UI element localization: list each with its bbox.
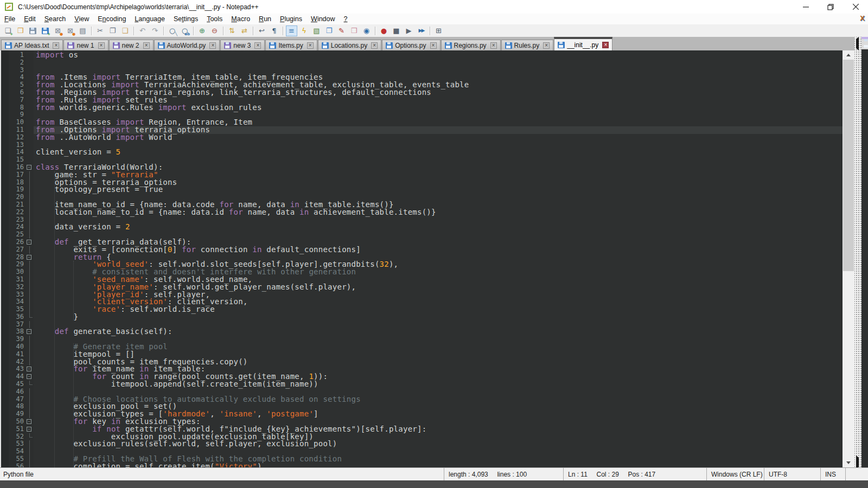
- folder-as-workspace-icon[interactable]: ❒: [348, 25, 360, 36]
- macro-play-icon[interactable]: ▶: [403, 25, 414, 36]
- status-insert-mode[interactable]: INS: [820, 468, 845, 480]
- cut-icon[interactable]: ✂: [94, 25, 106, 36]
- menubar-close-document-button[interactable]: X: [860, 14, 865, 22]
- tab-init-py[interactable]: __init__.py×: [554, 37, 612, 50]
- monitoring-icon[interactable]: ◉: [361, 25, 372, 36]
- fold-marker[interactable]: -: [26, 426, 34, 433]
- menu-window[interactable]: Window: [307, 14, 339, 24]
- function-list-icon[interactable]: ✎: [336, 25, 347, 36]
- collapse-left-arrow-icon[interactable]: [856, 39, 859, 49]
- line-number: 8: [1, 104, 26, 112]
- menu-tools[interactable]: Tools: [202, 14, 227, 24]
- menu-edit[interactable]: Edit: [20, 14, 40, 24]
- open-folder-icon[interactable]: ❒: [15, 25, 26, 36]
- define-language-icon[interactable]: ϟ: [298, 25, 310, 36]
- code-text: from ..AutoWorld import World: [34, 134, 843, 142]
- zoom-out-icon[interactable]: ⊖: [209, 25, 220, 36]
- find-icon[interactable]: ○╲: [167, 25, 178, 36]
- status-encoding[interactable]: UTF-8: [764, 468, 820, 480]
- save-all-icon[interactable]: +: [40, 25, 51, 36]
- line-number: 20: [1, 194, 26, 201]
- tab-close-icon[interactable]: ×: [98, 42, 105, 49]
- tab-options-py[interactable]: Options.py×: [382, 40, 440, 50]
- new-file-icon[interactable]: ❏+: [2, 25, 14, 36]
- menu-bar: FileEditSearchViewEncodingLanguageSettin…: [0, 14, 868, 24]
- docked-panel-tab[interactable]: [861, 39, 868, 49]
- vertical-scrollbar[interactable]: [843, 50, 854, 467]
- collapse-right-arrow-icon[interactable]: [856, 458, 859, 467]
- copy-icon[interactable]: ❐: [107, 25, 118, 36]
- menu-plugins[interactable]: Plugins: [276, 14, 307, 24]
- scrollbar-thumb[interactable]: [843, 60, 854, 271]
- close-button[interactable]: [843, 0, 868, 14]
- line-number: 40: [1, 343, 26, 351]
- minimize-button[interactable]: [793, 0, 818, 14]
- dock-splitter-grip[interactable]: [854, 37, 861, 470]
- tab-close-icon[interactable]: ×: [543, 42, 550, 49]
- paste-icon[interactable]: ❑: [119, 25, 131, 36]
- macro-record-icon[interactable]: ●: [378, 25, 390, 36]
- menu-language[interactable]: Language: [130, 14, 169, 24]
- tab-new-1[interactable]: new 1×: [63, 40, 108, 50]
- fold-marker[interactable]: -: [26, 365, 34, 373]
- line-number: 15: [1, 156, 26, 164]
- tab-regions-py[interactable]: Regions.py×: [441, 40, 501, 50]
- tab-close-icon[interactable]: ×: [143, 42, 150, 49]
- code-line: 2: [0, 59, 843, 67]
- tab-rules-py[interactable]: Rules.py×: [501, 40, 554, 50]
- fold-marker[interactable]: -: [26, 254, 34, 261]
- tab-ap-ideas-txt[interactable]: AP Ideas.txt×: [1, 40, 63, 50]
- status-eol-format[interactable]: Windows (CR LF): [706, 468, 764, 480]
- line-number: 16: [1, 164, 26, 171]
- fold-marker[interactable]: -: [26, 373, 34, 381]
- fold-marker[interactable]: -: [26, 418, 34, 426]
- tab-close-icon[interactable]: ×: [430, 42, 437, 49]
- close-doc-icon[interactable]: ⊠●: [52, 25, 63, 36]
- tab-close-icon[interactable]: ×: [602, 42, 609, 48]
- menu-encoding[interactable]: Encoding: [93, 14, 130, 24]
- menu-file[interactable]: File: [0, 14, 20, 24]
- close-all-docs-icon[interactable]: ⊠●: [65, 25, 76, 36]
- tab-close-icon[interactable]: ×: [209, 42, 216, 49]
- tab-close-icon[interactable]: ×: [490, 42, 497, 49]
- menu-search[interactable]: Search: [40, 14, 71, 24]
- tab-close-icon[interactable]: ×: [254, 42, 261, 49]
- tab-close-icon[interactable]: ×: [371, 42, 378, 49]
- tab-close-icon[interactable]: ×: [307, 42, 314, 49]
- macro-stop-icon[interactable]: ■: [391, 25, 402, 36]
- scroll-up-button[interactable]: [843, 50, 854, 60]
- code-editor[interactable]: 1import os234from .Items import Terraria…: [0, 50, 843, 467]
- menu-help[interactable]: ?: [340, 14, 352, 24]
- menu-run[interactable]: Run: [254, 14, 276, 24]
- document-list-icon[interactable]: ❐: [323, 25, 335, 36]
- replace-icon[interactable]: ○ab: [179, 25, 190, 36]
- macro-save-icon[interactable]: ⊞: [433, 25, 444, 36]
- save-icon[interactable]: [27, 25, 39, 36]
- macro-run-multiple-icon[interactable]: ▶▶: [416, 25, 427, 36]
- sync-horizontal-icon[interactable]: ⇄: [239, 25, 250, 36]
- fold-marker[interactable]: -: [26, 328, 34, 336]
- zoom-in-icon[interactable]: ⊕: [196, 25, 208, 36]
- tab-close-icon[interactable]: ×: [53, 42, 59, 49]
- tab-new-3[interactable]: new 3×: [220, 40, 265, 50]
- tab-autoworld-py[interactable]: AutoWorld.py×: [154, 40, 220, 50]
- fold-marker[interactable]: -: [26, 239, 34, 246]
- menu-view[interactable]: View: [70, 14, 93, 24]
- document-map-icon[interactable]: ▧: [311, 25, 322, 36]
- scroll-down-button[interactable]: [843, 458, 854, 467]
- tab-locations-py[interactable]: Locations.py×: [318, 40, 381, 50]
- restore-button[interactable]: [818, 0, 843, 14]
- fold-marker[interactable]: -: [26, 164, 34, 171]
- print-icon[interactable]: ▤: [77, 25, 88, 36]
- sync-vertical-icon[interactable]: ⇅: [226, 25, 238, 36]
- menu-settings[interactable]: Settings: [169, 14, 202, 24]
- show-all-characters-icon[interactable]: ¶: [269, 25, 280, 36]
- show-indent-guide-icon[interactable]: ≡: [286, 25, 297, 36]
- word-wrap-icon[interactable]: ↩: [256, 25, 267, 36]
- tab-items-py[interactable]: Items.py×: [265, 40, 317, 50]
- tab-new-2[interactable]: new 2×: [109, 40, 154, 50]
- menu-macro[interactable]: Macro: [227, 14, 254, 24]
- fold-marker: [26, 74, 34, 81]
- redo-icon[interactable]: ↷: [149, 25, 161, 36]
- undo-icon[interactable]: ↶: [137, 25, 148, 36]
